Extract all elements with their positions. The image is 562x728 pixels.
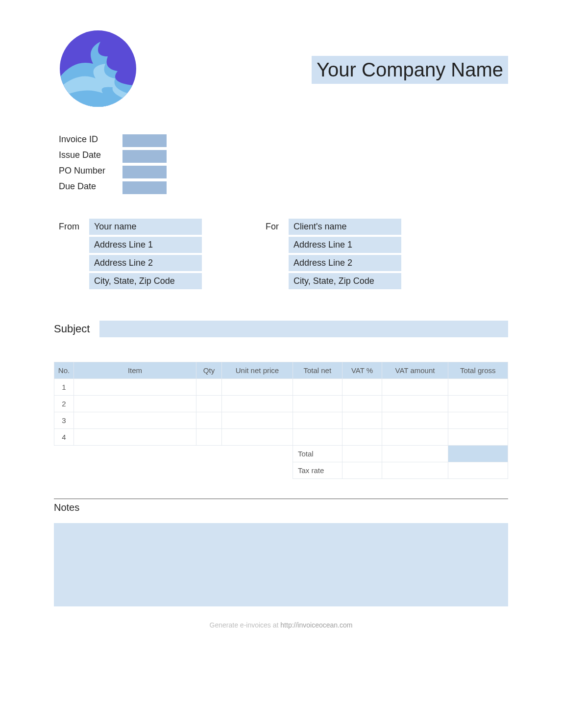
cell-vat-pct[interactable] <box>342 379 382 396</box>
subject-field[interactable] <box>99 321 508 337</box>
invoice-id-field[interactable] <box>122 134 167 147</box>
tax-rate-label: Tax rate <box>293 462 342 479</box>
cell-qty[interactable] <box>196 379 222 396</box>
notes-field[interactable] <box>54 523 508 606</box>
col-qty: Qty <box>196 362 222 379</box>
col-total-gross: Total gross <box>448 362 508 379</box>
notes-label: Notes <box>54 502 508 513</box>
cell-total-net[interactable] <box>293 396 342 412</box>
company-name[interactable]: Your Company Name <box>312 56 508 84</box>
due-date-field[interactable] <box>122 181 167 194</box>
cell-vat-pct[interactable] <box>342 396 382 412</box>
from-address-2[interactable]: Address Line 2 <box>89 255 202 271</box>
cell-item[interactable] <box>74 429 196 446</box>
parties: From Your name Address Line 1 Address Li… <box>59 219 508 291</box>
invoice-id-label: Invoice ID <box>59 134 118 147</box>
cell-vat-amount[interactable] <box>382 379 448 396</box>
logo <box>59 29 137 110</box>
cell-qty[interactable] <box>196 396 222 412</box>
col-vat-amount: VAT amount <box>382 362 448 379</box>
from-name[interactable]: Your name <box>89 219 202 235</box>
totals-row-tax: Tax rate <box>54 462 508 479</box>
cell-qty[interactable] <box>196 412 222 429</box>
table-row: 1 <box>54 379 508 396</box>
header: Your Company Name <box>54 29 508 110</box>
items-table: No. Item Qty Unit net price Total net VA… <box>54 362 508 479</box>
footer: Generate e-invoices at http://invoiceoce… <box>54 621 508 629</box>
cell-unit-net-price[interactable] <box>221 429 293 446</box>
total-vat-pct[interactable] <box>342 446 382 462</box>
cell-no: 4 <box>54 429 74 446</box>
for-address-1[interactable]: Address Line 1 <box>289 237 401 253</box>
col-item: Item <box>74 362 196 379</box>
from-address-1[interactable]: Address Line 1 <box>89 237 202 253</box>
for-address-2[interactable]: Address Line 2 <box>289 255 401 271</box>
divider <box>54 499 508 499</box>
from-block: From Your name Address Line 1 Address Li… <box>59 219 202 291</box>
tax-vat-amount[interactable] <box>382 462 448 479</box>
po-number-label: PO Number <box>59 166 118 178</box>
total-label: Total <box>293 446 342 462</box>
issue-date-field[interactable] <box>122 150 167 163</box>
cell-vat-amount[interactable] <box>382 429 448 446</box>
cell-vat-pct[interactable] <box>342 429 382 446</box>
for-label: For <box>266 219 279 291</box>
totals-row-total: Total <box>54 446 508 462</box>
cell-total-gross[interactable] <box>448 379 508 396</box>
cell-total-net[interactable] <box>293 379 342 396</box>
total-gross[interactable] <box>448 446 508 462</box>
footer-text: Generate e-invoices at <box>210 621 281 629</box>
po-number-field[interactable] <box>122 166 167 178</box>
col-no: No. <box>54 362 74 379</box>
cell-no: 2 <box>54 396 74 412</box>
subject-row: Subject <box>54 321 508 337</box>
cell-total-gross[interactable] <box>448 429 508 446</box>
cell-vat-amount[interactable] <box>382 396 448 412</box>
subject-label: Subject <box>54 323 90 335</box>
for-name[interactable]: Client's name <box>289 219 401 235</box>
cell-vat-pct[interactable] <box>342 412 382 429</box>
col-vat-pct: VAT % <box>342 362 382 379</box>
tax-vat-pct[interactable] <box>342 462 382 479</box>
table-row: 2 <box>54 396 508 412</box>
cell-unit-net-price[interactable] <box>221 379 293 396</box>
cell-item[interactable] <box>74 379 196 396</box>
cell-total-gross[interactable] <box>448 396 508 412</box>
col-total-net: Total net <box>293 362 342 379</box>
col-unit-net-price: Unit net price <box>221 362 293 379</box>
cell-no: 1 <box>54 379 74 396</box>
for-city-state-zip[interactable]: City, State, Zip Code <box>289 273 401 289</box>
total-vat-amount[interactable] <box>382 446 448 462</box>
cell-total-net[interactable] <box>293 429 342 446</box>
due-date-label: Due Date <box>59 181 118 194</box>
from-city-state-zip[interactable]: City, State, Zip Code <box>89 273 202 289</box>
cell-item[interactable] <box>74 412 196 429</box>
table-row: 3 <box>54 412 508 429</box>
cell-unit-net-price[interactable] <box>221 412 293 429</box>
cell-no: 3 <box>54 412 74 429</box>
table-row: 4 <box>54 429 508 446</box>
cell-total-net[interactable] <box>293 412 342 429</box>
for-block: For Client's name Address Line 1 Address… <box>266 219 401 291</box>
footer-link[interactable]: http://invoiceocean.com <box>280 621 352 629</box>
cell-item[interactable] <box>74 396 196 412</box>
invoice-meta: Invoice ID Issue Date PO Number Due Date <box>59 134 508 194</box>
cell-unit-net-price[interactable] <box>221 396 293 412</box>
cell-vat-amount[interactable] <box>382 412 448 429</box>
cell-total-gross[interactable] <box>448 412 508 429</box>
wave-logo-icon <box>59 29 137 108</box>
issue-date-label: Issue Date <box>59 150 118 163</box>
tax-gross[interactable] <box>448 462 508 479</box>
cell-qty[interactable] <box>196 429 222 446</box>
from-label: From <box>59 219 79 291</box>
